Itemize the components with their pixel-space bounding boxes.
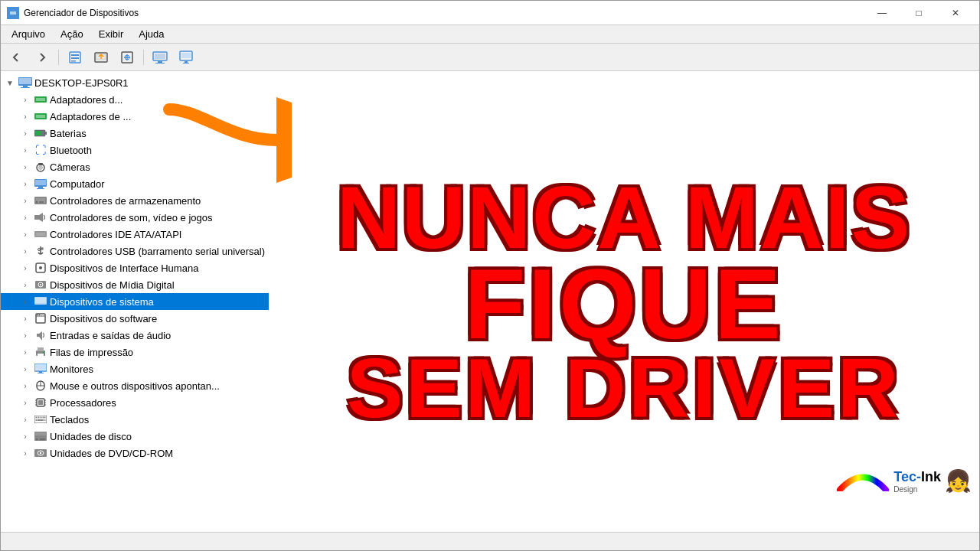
properties-button[interactable] [63, 47, 87, 68]
svg-rect-27 [35, 131, 41, 135]
expand-icon[interactable]: › [19, 194, 31, 207]
selected-item[interactable]: › Dispositivos de sistema [1, 293, 276, 310]
item-label: Dispositivos de Interface Humana [50, 262, 198, 274]
expand-icon[interactable]: › [19, 110, 31, 122]
main-content: ▼ DESKTOP-EJPS0R1 › Adaptadores d [1, 71, 979, 532]
expand-icon[interactable]: › [19, 346, 31, 358]
expand-icon[interactable]: › [19, 430, 31, 442]
expand-icon[interactable]: › [19, 380, 31, 392]
maximize-button[interactable]: □ [901, 1, 936, 25]
svg-rect-16 [183, 63, 189, 64]
svg-rect-18 [19, 78, 31, 84]
keyboard-icon [34, 412, 47, 426]
svg-point-89 [40, 452, 41, 454]
item-label: Controladores IDE ATA/ATAPI [50, 229, 181, 240]
expand-icon[interactable]: › [19, 211, 31, 223]
list-item[interactable]: › Unidades de DVD/CD-ROM [1, 445, 276, 461]
list-item[interactable]: › Unidades de disco [1, 428, 276, 445]
svg-rect-67 [38, 400, 43, 405]
list-item[interactable]: › Dispositivos do software [1, 310, 276, 327]
expand-icon[interactable]: › [19, 413, 31, 425]
expand-icon[interactable]: › [19, 144, 31, 156]
svg-rect-81 [38, 419, 44, 421]
list-item[interactable]: › Dispositivos de Mídia Digital [1, 276, 276, 293]
svg-rect-79 [44, 417, 46, 419]
list-item[interactable]: › Entradas e saídas de áudio [1, 327, 276, 344]
item-label: Dispositivos de Mídia Digital [50, 279, 175, 291]
storage-icon [34, 194, 47, 207]
list-item[interactable]: › Controladores IDE ATA/ATAPI [1, 226, 276, 243]
list-item[interactable]: › Monitores [1, 360, 276, 377]
list-item[interactable]: › Controladores de som, vídeo e jogos [1, 209, 276, 226]
window-title: Gerenciador de Dispositivos [24, 8, 864, 18]
svg-point-54 [39, 315, 41, 316]
expand-icon[interactable]: › [19, 245, 31, 257]
list-item[interactable]: › Dispositivos de Interface Humana [1, 259, 276, 276]
item-label: Processadores [50, 397, 116, 409]
back-button[interactable] [4, 47, 28, 68]
svg-point-29 [38, 165, 43, 170]
expand-icon[interactable]: › [19, 127, 31, 139]
expand-icon[interactable]: › [19, 312, 31, 324]
list-item[interactable]: › Controladores de armazenamento [1, 192, 276, 209]
brand-character: 👧 [945, 468, 972, 494]
expand-icon[interactable]: › [19, 363, 31, 375]
expand-icon[interactable]: › [19, 396, 31, 409]
expand-icon[interactable]: › [19, 329, 31, 341]
list-item[interactable]: › Teclados [1, 411, 276, 428]
expand-icon[interactable]: › [19, 279, 31, 291]
bluetooth-item[interactable]: › ⛶ Bluetooth [1, 142, 276, 158]
item-label: Adaptadores de ... [50, 111, 131, 122]
tree-root[interactable]: ▼ DESKTOP-EJPS0R1 [1, 74, 276, 91]
expand-icon[interactable]: › [19, 295, 31, 308]
item-label: Monitores [50, 364, 93, 375]
svg-rect-19 [23, 86, 28, 87]
svg-rect-61 [39, 371, 42, 373]
printer-icon [34, 345, 47, 359]
status-bar [1, 532, 979, 550]
monitor-button[interactable] [174, 47, 198, 68]
expand-icon[interactable]: › [19, 93, 31, 106]
brand-design: Design [893, 485, 941, 494]
list-item[interactable]: › Controladores USB (barramento serial u… [1, 243, 276, 259]
computer-icon [18, 76, 32, 90]
close-button[interactable]: ✕ [938, 1, 973, 25]
menu-ajuda[interactable]: Ajuda [131, 27, 172, 41]
expand-icon[interactable]: › [19, 262, 31, 274]
update-driver-button[interactable] [89, 47, 113, 68]
overlay-text-line2: FIQUE [464, 254, 783, 354]
minimize-button[interactable]: — [864, 1, 900, 25]
menu-arquivo[interactable]: Arquivo [4, 27, 53, 41]
hid-icon [34, 261, 47, 275]
menu-exibir[interactable]: Exibir [91, 27, 132, 41]
expand-icon[interactable]: › [19, 228, 31, 240]
root-expand-icon[interactable]: ▼ [4, 77, 16, 89]
view-button[interactable] [148, 47, 172, 68]
list-item[interactable]: › Baterias [1, 125, 276, 142]
list-item[interactable]: › Adaptadores d... [1, 91, 276, 108]
list-item[interactable]: › Adaptadores de ... [1, 108, 276, 125]
list-item[interactable]: › Mouse e outros dispositivos apontan... [1, 377, 276, 394]
overlay-text-line3: SEM DRIVER [347, 346, 902, 430]
bluetooth-label: Bluetooth [50, 145, 92, 156]
item-label: Teclados [50, 414, 89, 425]
list-item[interactable]: › Filas de impressão [1, 344, 276, 360]
expand-icon[interactable]: › [19, 161, 31, 173]
list-item[interactable]: › Câmeras [1, 158, 276, 175]
expand-icon[interactable]: › [19, 447, 31, 459]
list-item[interactable]: › Computador [1, 175, 276, 192]
title-bar: Gerenciador de Dispositivos — □ ✕ [1, 1, 979, 25]
svg-rect-43 [41, 248, 43, 249]
scan-button[interactable] [115, 47, 139, 68]
forward-button[interactable] [30, 47, 54, 68]
device-tree[interactable]: ▼ DESKTOP-EJPS0R1 › Adaptadores d [1, 71, 276, 532]
svg-rect-12 [158, 61, 162, 63]
audio-icon [34, 328, 47, 342]
menu-acao[interactable]: Ação [53, 27, 91, 41]
svg-rect-33 [38, 187, 43, 188]
item-label: Filas de impressão [50, 347, 133, 358]
expand-icon[interactable]: › [19, 178, 31, 190]
list-item[interactable]: › Processadores [1, 394, 276, 411]
battery-icon [34, 126, 47, 140]
camera-icon [34, 160, 47, 174]
